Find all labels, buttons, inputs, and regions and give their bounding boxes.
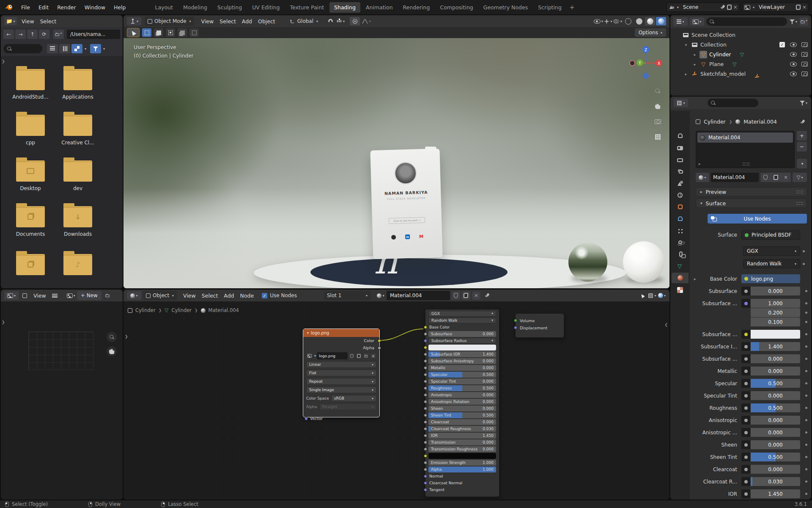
properties-search-input[interactable] [708,99,758,107]
image-node-dropdown[interactable]: Single Image▾ [306,387,376,393]
property-field[interactable]: 0.100 [751,318,800,326]
properties-editor-icon[interactable]: ▾ [674,99,688,107]
decorator-dot[interactable] [805,312,807,314]
input-socket[interactable] [424,380,427,383]
shading-rendered-button[interactable] [656,17,666,25]
property-field[interactable]: 0.500 [751,403,800,412]
vector-socket[interactable] [304,417,308,420]
image-editor-type-icon[interactable]: ▾ [4,291,19,300]
decorator-dot[interactable] [805,468,807,470]
render-camera-toggle[interactable] [801,72,808,76]
sss-method-dropdown[interactable]: Random Walk▾ [743,259,800,268]
outliner-display-mode[interactable]: ▾ [673,17,688,26]
property-row[interactable]: Subsurface ▸ 0.000 [696,287,807,295]
tweak-tool-icon[interactable] [638,291,647,300]
viewport-menu[interactable]: View [198,17,217,26]
bsdf-node-row[interactable]: Transmission 0.000 ▾ Transmission [428,439,496,445]
region-expand-arrow[interactable]: ❯ [2,59,5,64]
use-nodes-button[interactable]: Use Nodes [708,214,807,224]
zoom-button[interactable] [107,332,117,342]
overlays-dropdown[interactable]: ▾ [613,17,622,25]
decorator-dot[interactable] [805,456,807,458]
input-socket[interactable] [424,454,427,458]
socket-toggle[interactable] [741,367,750,375]
image-editor-canvas[interactable]: ❯ [1,301,123,500]
folder-item[interactable]: Downloads [54,202,102,237]
bsdf-node-row[interactable]: Sheen Tint 0.500 ▾ Sheen Tint [428,412,496,418]
property-row[interactable]: Specular ▸ 0.500 [696,379,807,388]
folder-item[interactable]: Desktop [7,157,54,191]
property-field[interactable]: 0.500 [751,379,800,388]
input-socket[interactable] [424,468,427,471]
bsdf-node-row[interactable]: Clearcoat Roughness 0.030 ▾ Clearcoat Ro… [428,425,496,432]
create-folder-button[interactable]: 🗀⁺ [53,30,64,39]
property-field[interactable]: 1.450 [751,489,800,498]
shader-menu[interactable]: Select [199,291,221,300]
snap-magnet-icon[interactable] [326,17,335,25]
property-row[interactable]: Anisotropic ... ▸ 0.000 [696,428,807,437]
workspace-tab[interactable]: Shading [329,2,360,13]
bsdf-node-row[interactable]: Specular Tint 0.000 ▾ Specular Tint [428,378,496,384]
material-slot-list[interactable]: Material.004 ▸ [696,131,795,168]
hamburger-icon[interactable] [51,291,59,300]
transform-orientation[interactable]: Global ▾ [287,17,321,26]
workspace-tab[interactable]: Layout [150,2,178,13]
displacement-input-row[interactable]: Displacement [520,324,560,331]
shader-type-selector[interactable]: Object ▾ [143,291,177,300]
property-row[interactable]: Clearcoat R... ▸ 0.030 [696,477,807,486]
input-socket[interactable] [424,366,427,370]
hide-eye-toggle[interactable] [790,52,797,57]
add-slot-button[interactable]: + [797,131,807,141]
property-field[interactable]: 0.000 [751,416,800,425]
viewlayer-selector[interactable]: ▾ ViewLayer × [742,3,809,12]
viewport-zoom-button[interactable] [652,86,663,97]
property-row[interactable]: Specular Tint ▸ 0.000 [696,391,807,400]
display-vertical-list-button[interactable] [47,44,58,53]
bsdf-node-row[interactable]: Metallic 0.000 ▾ Metallic [428,364,496,371]
panel-grip[interactable] [796,190,803,193]
color-space-dropdown[interactable]: sRGB▾ [331,395,376,402]
expand-icon[interactable]: ▾ [683,43,689,47]
alpha-socket[interactable] [378,346,381,350]
vector-input-row[interactable]: Vector [306,416,376,421]
socket-toggle[interactable] [741,403,750,412]
chrome-sphere-object[interactable] [568,243,607,282]
node-overlay-icon[interactable]: ▾ [658,291,666,300]
properties-tab[interactable] [672,190,689,200]
image-node-dropdown[interactable]: Repeat▾ [306,378,376,385]
shader-menu[interactable]: View [180,291,199,300]
decorator-dot[interactable] [805,493,807,495]
region-expand-arrow[interactable]: ❯ [2,320,5,324]
image-browse-icon[interactable] [307,353,312,358]
bsdf-node-row[interactable]: IOR 1.450 ▾ IOR [428,432,496,439]
socket-toggle[interactable] [741,440,750,449]
property-row[interactable]: Subsurface ... ▸ [696,330,807,339]
folder-item[interactable]: Applications [54,65,102,100]
viewport-menu[interactable]: Add [239,17,255,26]
workspace-tab[interactable]: Rendering [398,2,435,13]
file-browser-editor-icon[interactable]: 📁▾ [4,17,17,25]
image-node-dropdown[interactable]: Flat▾ [306,370,376,376]
render-camera-toggle[interactable] [801,42,808,47]
properties-tab[interactable] [672,237,689,248]
proportional-editing-icon[interactable] [350,17,360,25]
white-sphere-object[interactable] [623,241,664,283]
close-icon[interactable]: × [802,5,807,10]
input-socket[interactable] [424,353,427,356]
display-thumbnail-button[interactable] [71,44,82,53]
input-socket[interactable] [424,339,427,342]
property-field[interactable]: 0.000 [751,367,800,375]
node-output-color[interactable]: Color [303,337,379,344]
decorator-dot[interactable] [805,444,807,446]
property-field[interactable]: 0.000 [751,440,800,449]
add-workspace-button[interactable]: + [566,3,578,11]
properties-tab[interactable] [672,284,689,295]
material-output-node[interactable]: Volume Displacement [515,313,564,338]
volume-socket[interactable] [514,319,517,322]
bsdf-node-row[interactable]: Tangent ▾ Tangent [428,486,496,493]
property-field[interactable]: 1.400 [751,342,800,351]
input-socket[interactable] [424,387,427,390]
property-row[interactable]: Subsurface ... ▸ 1.000 [696,299,807,308]
distribution-dropdown[interactable]: GGX▾ [743,246,800,256]
topbar-menu[interactable]: File [17,3,34,12]
